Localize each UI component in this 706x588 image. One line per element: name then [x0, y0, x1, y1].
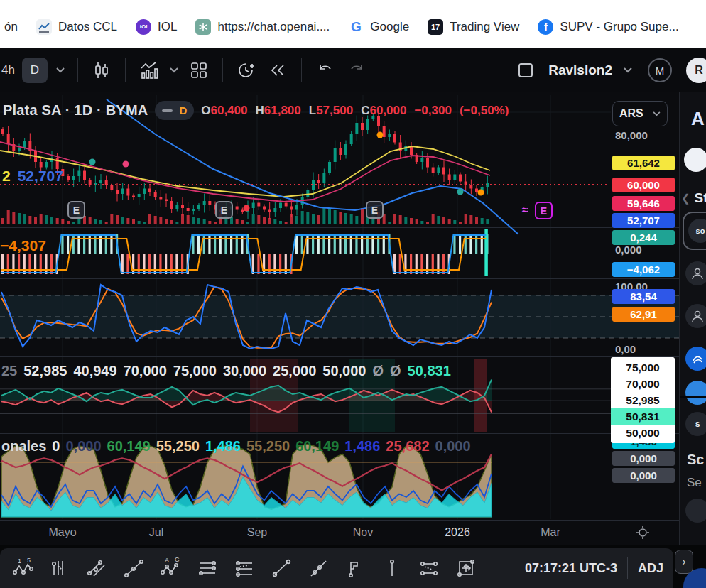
bookmark--n[interactable]: ón: [4, 20, 18, 34]
price-label: 0,000: [612, 468, 675, 483]
earnings-badge[interactable]: E: [67, 201, 85, 219]
bar-replay-icon[interactable]: [266, 58, 290, 82]
bookmark-supv-grupo-supe-[interactable]: fSUPV - Grupo Supe...: [538, 19, 678, 35]
toolbar-divider: [222, 58, 223, 82]
parallel-channel-tool-icon[interactable]: [78, 552, 115, 584]
date-price-range-tool-icon[interactable]: [447, 552, 484, 584]
redo-icon[interactable]: [344, 58, 369, 82]
price-note-tool-icon[interactable]: [337, 552, 374, 584]
bookmark-trading-view[interactable]: 17Trading View: [428, 19, 519, 35]
time-axis-label: Jul: [149, 526, 163, 539]
indicator-value: 1,486: [205, 438, 241, 454]
indicator-value: Ø: [390, 363, 401, 379]
expand-panel-tab[interactable]: ›: [675, 550, 693, 574]
bars-pattern-tool-icon[interactable]: [41, 552, 78, 584]
widget-icon[interactable]: [685, 499, 706, 523]
chart-canvas[interactable]: [0, 92, 679, 520]
panel-header-partial: A: [691, 108, 705, 130]
avatar-r[interactable]: R: [686, 58, 706, 83]
interval-chevron-down-icon[interactable]: [55, 65, 66, 76]
user-icon[interactable]: [685, 261, 706, 285]
bookmark-label: SUPV - Grupo Supe...: [560, 20, 678, 34]
layout-chevron-down-icon[interactable]: [622, 65, 634, 76]
fib-retracement-tool-icon[interactable]: [226, 552, 263, 584]
user-icon[interactable]: [685, 304, 706, 328]
widget-box[interactable]: so: [683, 212, 706, 250]
ray-tool-icon[interactable]: [300, 552, 337, 584]
interval-d-button[interactable]: D: [22, 58, 48, 83]
estimated-earnings-badge[interactable]: E: [535, 202, 553, 219]
ohlc-values: O60,400 H61,800 L57,500 C60,000 −0,300 (…: [201, 104, 509, 118]
svg-text:5: 5: [27, 557, 31, 564]
indicator-value: 75,000: [173, 363, 217, 379]
bookmark-iol[interactable]: iOlIOL: [136, 19, 177, 35]
trend-angle-tool-icon[interactable]: [115, 552, 152, 584]
avatar-m[interactable]: M: [648, 58, 672, 82]
abcd-pattern-tool-icon[interactable]: AC: [152, 552, 189, 584]
bookmark-label: ón: [4, 20, 18, 34]
panel-avatar[interactable]: [684, 148, 706, 172]
elliott-wave-tool-icon[interactable]: 15: [4, 552, 41, 584]
bookmark-https-chat-openai-[interactable]: https://chat.openai....: [195, 19, 330, 35]
price-scale[interactable]: 80,00061,64260,00059,64652,7070,2440,000…: [609, 92, 679, 519]
indicators-chevron-down-icon[interactable]: [168, 65, 180, 76]
price-label: 61,642: [612, 156, 675, 170]
tv-top-toolbar: 4h D Ravision2 M R: [0, 48, 706, 92]
timeframe-pill[interactable]: D: [155, 101, 194, 120]
tab-label-partial: St: [695, 190, 706, 206]
adjust-toggle[interactable]: ADJ: [638, 561, 663, 576]
chatgpt-icon: [195, 19, 211, 35]
toolbar-divider: [77, 58, 78, 82]
pane2-value: −4,307: [0, 237, 46, 254]
iol-icon: iOl: [136, 19, 151, 35]
candlestick-style-icon[interactable]: [89, 58, 114, 82]
close-value: 60,000: [369, 104, 406, 117]
widget-chip-s[interactable]: s: [685, 412, 706, 436]
indicator-value: 52,707: [18, 168, 63, 185]
bookmark-datos-ccl[interactable]: Datos CCL: [36, 19, 117, 35]
alert-clock-icon[interactable]: [234, 58, 259, 82]
horizontal-levels-tool-icon[interactable]: [189, 552, 226, 584]
squeeze-value: −4,307: [0, 237, 46, 254]
indicator-value: 25,682: [386, 438, 429, 454]
axis-settings-icon[interactable]: [634, 524, 651, 541]
bookmark-google[interactable]: GGoogle: [348, 19, 409, 35]
time-axis-label: Mayo: [48, 526, 76, 539]
app-icon[interactable]: [685, 381, 706, 405]
indicator-value: 50,831: [408, 363, 451, 379]
chart-area[interactable]: Plata SA · 1D · BYMA D O60,400 H61,800 L…: [0, 92, 679, 545]
tradingview-icon: 17: [428, 19, 443, 35]
layout-name[interactable]: Ravision2: [548, 62, 612, 78]
app-icon[interactable]: [685, 347, 706, 371]
trend-line-tool-icon[interactable]: [263, 552, 300, 584]
approx-icon: ≈: [522, 204, 528, 217]
indicator-value: 0: [52, 438, 60, 454]
open-value: 60,400: [210, 104, 247, 117]
earnings-badge[interactable]: E: [215, 201, 233, 219]
currency-value: ARS: [619, 107, 643, 120]
price-label: 60,000: [612, 178, 675, 192]
interval-4h[interactable]: 4h: [1, 63, 15, 77]
layout-select-icon[interactable]: [518, 63, 533, 77]
currency-selector[interactable]: ARS: [612, 101, 668, 126]
bookmark-label: https://chat.openai....: [217, 20, 330, 34]
indicator-value: 70,000: [124, 363, 167, 379]
disjoint-channel-tool-icon[interactable]: [411, 552, 447, 584]
indicators-icon[interactable]: [137, 58, 161, 82]
layout-grid-icon[interactable]: [187, 58, 211, 82]
collapse-tab[interactable]: ❮ St: [681, 190, 706, 206]
undo-icon[interactable]: [313, 58, 337, 82]
symbol-title[interactable]: Plata SA · 1D · BYMA: [3, 102, 148, 119]
widget-chip-so[interactable]: so: [688, 219, 706, 243]
earnings-badge[interactable]: E: [366, 201, 384, 219]
chevron-left-icon: ❮: [681, 192, 690, 205]
indicator-value: 0,000: [435, 438, 471, 454]
panel-label-partial: Se: [687, 476, 702, 490]
low-value: 57,500: [316, 104, 353, 117]
drawing-toolbar: 15AC 07:17:21 UTC-3 ADJ: [0, 548, 673, 588]
vertical-line-tool-icon[interactable]: [374, 552, 411, 584]
hide-indicator-icon[interactable]: [162, 109, 173, 112]
clock[interactable]: 07:17:21 UTC-3: [525, 561, 617, 576]
time-axis[interactable]: MayoJulSepNov2026Mar: [0, 520, 679, 545]
price-label: 83,54: [612, 289, 675, 304]
